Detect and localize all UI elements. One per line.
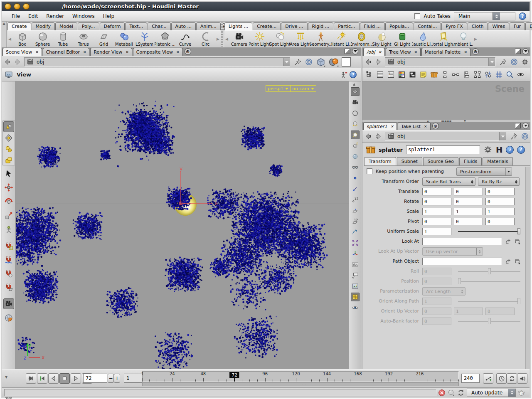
param-value-input[interactable] xyxy=(422,208,451,215)
shelf-tab-partic[interactable]: Partic... xyxy=(334,22,359,30)
display-profiles-toggle[interactable] xyxy=(351,228,360,236)
houdini-logo-icon[interactable]: H xyxy=(496,145,502,154)
param-value-input[interactable] xyxy=(485,218,515,225)
auto-takes-checkbox[interactable] xyxy=(414,13,420,19)
shelf-tool-camera[interactable]: Camera xyxy=(229,31,249,47)
select-geometry-mode[interactable] xyxy=(3,133,14,143)
shelf-tab-model[interactable]: Model xyxy=(55,22,77,30)
shelf-tool-ambient-light[interactable]: Ambient L... xyxy=(453,31,473,47)
network-sticky-note-icon[interactable] xyxy=(419,70,428,79)
close-tab-icon[interactable]: × xyxy=(176,50,180,54)
layout-view-tool[interactable] xyxy=(3,313,14,323)
display-field-text-toggle[interactable]: abc xyxy=(351,260,360,269)
node-help-icon[interactable]: ? xyxy=(517,146,525,154)
pose-tool[interactable] xyxy=(3,224,14,235)
shelf-tool-metaball[interactable]: Metaball xyxy=(114,31,134,47)
stop-button[interactable] xyxy=(59,373,70,384)
forward-arrow-icon[interactable] xyxy=(374,132,382,140)
display-point-numbers-toggle[interactable]: 12 xyxy=(351,195,360,204)
shelf-tab-create[interactable]: Create... xyxy=(253,22,281,30)
shelf-tool-box[interactable]: Box xyxy=(12,31,32,47)
shelf-tool-geometry-light[interactable]: Geometry... xyxy=(310,31,331,47)
realtime-toggle-button[interactable] xyxy=(496,373,507,384)
network-tab-treeview[interactable]: Tree View× xyxy=(386,48,421,56)
close-tab-icon[interactable]: × xyxy=(424,124,427,128)
shelf-tab-cloth[interactable]: Cloth xyxy=(468,22,488,30)
window-titlebar[interactable]: /home/wade/screenshot.hip - Houdini Mast… xyxy=(2,2,530,11)
go-to-start-button[interactable] xyxy=(26,373,36,384)
render-teapot-icon[interactable]: 123 xyxy=(517,389,525,397)
scene-tab-renderview[interactable]: Render View× xyxy=(90,48,132,56)
network-align-left-icon[interactable] xyxy=(462,70,471,79)
selection-state-icon[interactable] xyxy=(340,71,348,79)
network-list-mode-icon[interactable] xyxy=(376,70,384,79)
close-tab-icon[interactable]: × xyxy=(83,50,86,54)
slider-handle[interactable] xyxy=(517,298,520,304)
snap-point-tool[interactable] xyxy=(3,268,14,279)
shelf-tool-circle[interactable]: Circ xyxy=(195,31,216,47)
slider-handle[interactable] xyxy=(458,278,461,284)
back-arrow-icon[interactable] xyxy=(364,58,372,66)
network-editor-area[interactable]: Scene xyxy=(362,81,530,120)
close-tab-icon[interactable]: × xyxy=(464,50,467,54)
network-export-box-icon[interactable] xyxy=(430,70,438,79)
close-tab-icon[interactable]: × xyxy=(414,50,418,54)
menu-edit[interactable]: Edit xyxy=(24,12,42,20)
forward-arrow-icon[interactable] xyxy=(13,58,22,66)
group-list-toggle[interactable] xyxy=(351,293,360,301)
digital-asset-icon[interactable] xyxy=(365,144,377,155)
high-quality-lighting-toggle[interactable] xyxy=(351,141,360,150)
shelf-tab-auto[interactable]: Auto ... xyxy=(171,22,196,30)
shelf-tool-spot-light[interactable]: Spot Light xyxy=(270,31,290,47)
pane-menu-icon[interactable] xyxy=(522,123,529,129)
shelf-tool-platonic[interactable]: Platonic ... xyxy=(155,31,175,47)
network-tree-icon[interactable] xyxy=(365,70,374,79)
menu-file[interactable]: File xyxy=(7,12,24,20)
param-menu[interactable]: Arc Length xyxy=(422,287,466,296)
param-checkbox[interactable] xyxy=(367,168,372,174)
shelf-tab-drive[interactable]: Drive ... xyxy=(281,22,307,30)
close-tab-icon[interactable]: × xyxy=(126,50,129,54)
step-back-button[interactable] xyxy=(48,373,59,384)
view-tool[interactable] xyxy=(3,298,14,309)
path-dropdown-icon[interactable] xyxy=(488,58,495,66)
frame-increment-button[interactable]: + xyxy=(114,374,120,383)
op-pick-icon[interactable] xyxy=(514,258,522,265)
display-plane-toggle[interactable] xyxy=(351,87,360,96)
scale-tool[interactable] xyxy=(3,210,14,221)
op-jump-icon[interactable] xyxy=(505,238,512,245)
frame-decrement-button[interactable]: − xyxy=(108,374,114,383)
pane-maximize-icon[interactable] xyxy=(345,49,350,54)
param-value-input[interactable] xyxy=(454,308,483,315)
viewport-camera-menu[interactable]: persp1 xyxy=(266,85,291,92)
network-layout-icon[interactable] xyxy=(408,70,417,79)
set-key-button[interactable] xyxy=(483,373,493,384)
gear-icon[interactable] xyxy=(521,58,529,66)
audio-button[interactable] xyxy=(517,373,527,384)
close-tab-icon[interactable]: × xyxy=(378,50,382,54)
folder-tab-fluids[interactable]: Fluids xyxy=(459,157,482,165)
range-end-input[interactable] xyxy=(461,374,480,383)
memory-icon[interactable] xyxy=(447,389,456,397)
add-pane-tab-button[interactable]: ⊕ xyxy=(472,48,479,55)
view-help-icon[interactable]: ? xyxy=(350,71,357,78)
menu-windows[interactable]: Windows xyxy=(68,12,99,20)
shelf-tool-torus[interactable]: Torus xyxy=(73,31,94,47)
viewport-canvas[interactable] xyxy=(16,81,349,369)
view-cube-icon[interactable] xyxy=(315,57,326,67)
shelf-tab-anim[interactable]: Anim... xyxy=(196,22,221,30)
import-camera-view[interactable] xyxy=(351,98,360,107)
param-value-input[interactable] xyxy=(454,218,483,225)
shelf-tool-area-light[interactable]: Area Light xyxy=(290,31,310,47)
network-detail-mode-icon[interactable] xyxy=(387,70,395,79)
param-value-input[interactable] xyxy=(422,278,451,285)
shelf-tab-modify[interactable]: Modify xyxy=(32,22,55,30)
timeline-ruler[interactable]: 12448729612014416819221672 xyxy=(142,371,459,382)
slider-handle[interactable] xyxy=(488,268,491,274)
pin-icon[interactable] xyxy=(294,58,302,66)
param-value-input[interactable] xyxy=(422,188,451,195)
headlight-toggle[interactable] xyxy=(351,120,360,128)
link-target-icon[interactable] xyxy=(510,58,518,66)
menu-render[interactable]: Render xyxy=(42,12,68,20)
path-dropdown-icon[interactable] xyxy=(283,58,290,66)
